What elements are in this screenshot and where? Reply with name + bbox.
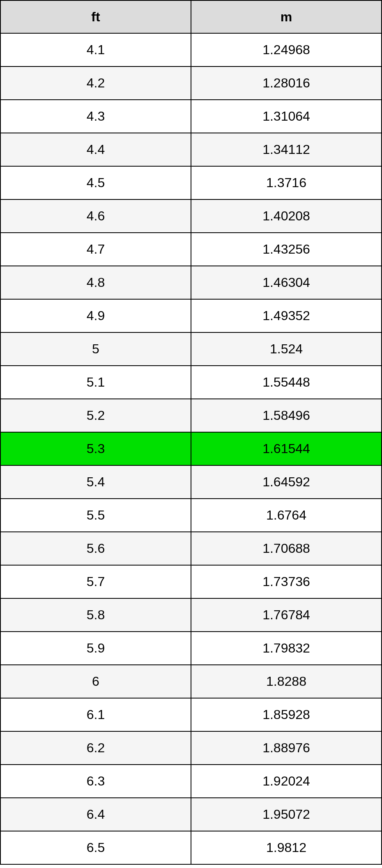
- cell-ft: 4.7: [0, 233, 191, 266]
- cell-ft: 6.4: [0, 798, 191, 831]
- cell-ft: 5.7: [0, 565, 191, 598]
- cell-m: 1.70688: [191, 532, 382, 565]
- cell-ft: 4.8: [0, 266, 191, 299]
- cell-ft: 5.1: [0, 366, 191, 399]
- cell-m: 1.58496: [191, 399, 382, 432]
- cell-m: 1.85928: [191, 698, 382, 731]
- cell-ft: 4.4: [0, 133, 191, 166]
- cell-ft: 4.9: [0, 299, 191, 332]
- cell-ft: 5.3: [0, 432, 191, 465]
- cell-m: 1.46304: [191, 266, 382, 299]
- cell-ft: 4.6: [0, 199, 191, 233]
- table-row: 5.31.61544: [0, 432, 382, 465]
- table-row: 6.11.85928: [0, 698, 382, 731]
- cell-ft: 5.2: [0, 399, 191, 432]
- table-row: 5.51.6764: [0, 499, 382, 532]
- cell-m: 1.76784: [191, 598, 382, 632]
- cell-m: 1.28016: [191, 66, 382, 100]
- table-row: 5.91.79832: [0, 632, 382, 665]
- cell-ft: 6.5: [0, 831, 191, 864]
- cell-ft: 6.2: [0, 731, 191, 765]
- cell-m: 1.40208: [191, 199, 382, 233]
- cell-m: 1.24968: [191, 33, 382, 66]
- cell-ft: 4.5: [0, 166, 191, 199]
- column-header-m: m: [191, 0, 382, 33]
- conversion-table: ft m 4.11.249684.21.280164.31.310644.41.…: [0, 0, 382, 865]
- cell-ft: 5.8: [0, 598, 191, 632]
- table-row: 4.31.31064: [0, 100, 382, 133]
- cell-ft: 5.5: [0, 499, 191, 532]
- cell-ft: 4.1: [0, 33, 191, 66]
- cell-m: 1.88976: [191, 731, 382, 765]
- table-row: 4.11.24968: [0, 33, 382, 66]
- cell-m: 1.92024: [191, 765, 382, 798]
- cell-ft: 4.3: [0, 100, 191, 133]
- table-body: 4.11.249684.21.280164.31.310644.41.34112…: [0, 33, 382, 864]
- cell-ft: 6: [0, 665, 191, 698]
- cell-m: 1.34112: [191, 133, 382, 166]
- table-row: 4.61.40208: [0, 199, 382, 233]
- column-header-ft: ft: [0, 0, 191, 33]
- cell-m: 1.8288: [191, 665, 382, 698]
- table-row: 5.81.76784: [0, 598, 382, 632]
- table-row: 5.61.70688: [0, 532, 382, 565]
- table-row: 4.21.28016: [0, 66, 382, 100]
- cell-m: 1.73736: [191, 565, 382, 598]
- cell-m: 1.3716: [191, 166, 382, 199]
- cell-ft: 5.4: [0, 465, 191, 499]
- table-row: 5.11.55448: [0, 366, 382, 399]
- table-row: 4.51.3716: [0, 166, 382, 199]
- table-row: 51.524: [0, 332, 382, 366]
- table-header-row: ft m: [0, 0, 382, 33]
- cell-m: 1.95072: [191, 798, 382, 831]
- cell-m: 1.43256: [191, 233, 382, 266]
- table-row: 4.81.46304: [0, 266, 382, 299]
- cell-m: 1.55448: [191, 366, 382, 399]
- cell-m: 1.524: [191, 332, 382, 366]
- cell-m: 1.61544: [191, 432, 382, 465]
- cell-m: 1.9812: [191, 831, 382, 864]
- table-row: 6.31.92024: [0, 765, 382, 798]
- cell-ft: 5.6: [0, 532, 191, 565]
- cell-ft: 5.9: [0, 632, 191, 665]
- table-row: 4.41.34112: [0, 133, 382, 166]
- table-row: 6.41.95072: [0, 798, 382, 831]
- table-row: 4.91.49352: [0, 299, 382, 332]
- table-row: 5.71.73736: [0, 565, 382, 598]
- table-row: 6.51.9812: [0, 831, 382, 864]
- cell-ft: 5: [0, 332, 191, 366]
- cell-m: 1.64592: [191, 465, 382, 499]
- cell-m: 1.31064: [191, 100, 382, 133]
- cell-m: 1.49352: [191, 299, 382, 332]
- cell-ft: 6.3: [0, 765, 191, 798]
- table-row: 6.21.88976: [0, 731, 382, 765]
- cell-m: 1.79832: [191, 632, 382, 665]
- table-row: 5.41.64592: [0, 465, 382, 499]
- table-row: 4.71.43256: [0, 233, 382, 266]
- table-row: 61.8288: [0, 665, 382, 698]
- cell-ft: 6.1: [0, 698, 191, 731]
- cell-m: 1.6764: [191, 499, 382, 532]
- table-row: 5.21.58496: [0, 399, 382, 432]
- cell-ft: 4.2: [0, 66, 191, 100]
